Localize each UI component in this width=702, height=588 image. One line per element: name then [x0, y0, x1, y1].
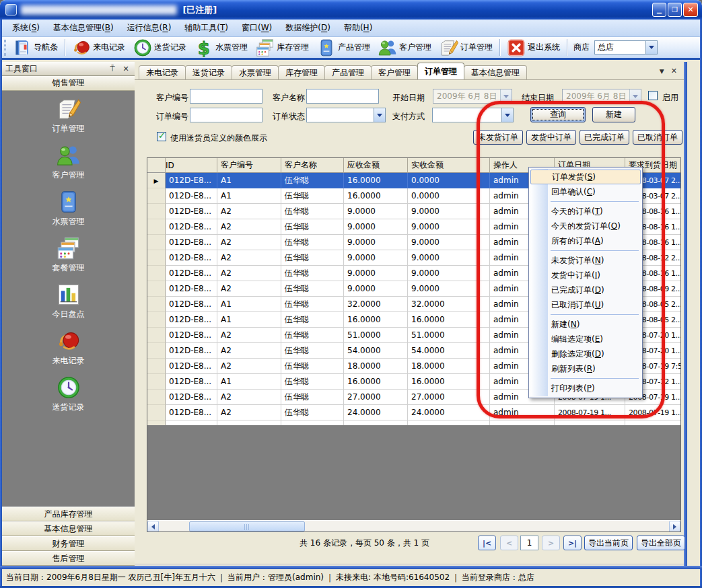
maximize-button[interactable]: [668, 3, 682, 17]
row-selector[interactable]: [147, 204, 166, 219]
table-cell[interactable]: 27.0000: [344, 390, 408, 405]
table-cell[interactable]: 9.0000: [344, 219, 408, 235]
context-menu-item-refresh-list[interactable]: 刷新列表(R): [530, 361, 641, 376]
table-cell[interactable]: 012D-E8...: [166, 343, 217, 359]
toolbar-button-delivery-log[interactable]: 送货记录: [129, 37, 190, 59]
sidebar-item-order-mgmt[interactable]: 订单管理: [52, 97, 85, 135]
table-cell[interactable]: 9.0000: [408, 204, 490, 219]
sidebar-item-incoming-call-log[interactable]: 来电记录: [52, 329, 85, 367]
column-header[interactable]: 客户名称: [281, 158, 344, 173]
table-cell[interactable]: A2: [217, 204, 281, 219]
context-menu-item-all-orders[interactable]: 所有的订单(A): [530, 233, 641, 248]
table-cell[interactable]: 24.0000: [344, 405, 408, 420]
shipping-orders-button[interactable]: 发货中订单: [526, 130, 576, 145]
table-cell[interactable]: 012D-E8...: [166, 297, 217, 312]
sidebar-item-customer-mgmt[interactable]: 客户管理: [52, 143, 85, 181]
sidebar-close-button[interactable]: [120, 63, 131, 74]
table-cell[interactable]: 18.0000: [344, 359, 408, 374]
sidebar-section-basic-info-mgmt[interactable]: 基本信息管理: [2, 521, 135, 536]
minimize-button[interactable]: [652, 3, 666, 17]
chevron-down-icon[interactable]: [645, 41, 657, 54]
toolbar-grip[interactable]: [4, 40, 6, 56]
table-cell[interactable]: 012D-E8...: [166, 312, 217, 328]
tab-basic-info-mgmt[interactable]: 基本信息管理: [464, 65, 527, 79]
order-no-input[interactable]: [190, 108, 262, 122]
table-cell[interactable]: 9.0000: [344, 250, 408, 266]
table-cell[interactable]: 24.0000: [408, 405, 490, 420]
context-menu-item-shipping-orders[interactable]: 发货中订单(I): [530, 268, 641, 283]
table-cell[interactable]: 伍华聪: [281, 343, 344, 359]
context-menu-item-new-order[interactable]: 新建(N): [530, 317, 641, 332]
first-page-button[interactable]: |<: [478, 536, 496, 550]
table-cell[interactable]: 9.0000: [344, 266, 408, 281]
enable-date-checkbox[interactable]: [648, 91, 658, 100]
completed-orders-button[interactable]: 已完成订单: [580, 130, 629, 145]
export-all-pages-button[interactable]: 导出全部页: [637, 536, 685, 550]
column-header[interactable]: 应收金额: [344, 158, 408, 173]
table-cell[interactable]: 54.0000: [344, 343, 408, 359]
start-date-picker[interactable]: 2009年 6月 8日: [433, 89, 512, 104]
row-selector[interactable]: [147, 188, 166, 204]
table-cell[interactable]: 18.0000: [408, 359, 490, 374]
table-cell[interactable]: 伍华聪: [281, 405, 344, 420]
table-cell[interactable]: A2: [217, 235, 281, 250]
sidebar-section-finance-mgmt[interactable]: 财务管理: [2, 536, 135, 551]
table-cell[interactable]: A2: [217, 266, 281, 281]
menubar-item[interactable]: 基本信息管理(B): [46, 20, 120, 36]
horizontal-scrollbar[interactable]: [147, 520, 680, 531]
table-cell[interactable]: 16.0000: [344, 312, 408, 328]
table-cell[interactable]: A2: [217, 359, 281, 374]
tab-customer-mgmt[interactable]: 客户管理: [371, 65, 418, 79]
table-cell[interactable]: 伍华聪: [281, 374, 344, 390]
table-cell[interactable]: 2008-07-19 1...: [625, 405, 681, 420]
row-selector[interactable]: [147, 281, 166, 297]
table-cell[interactable]: A1: [217, 188, 281, 204]
table-cell[interactable]: A1: [217, 173, 281, 188]
row-selector[interactable]: [147, 266, 166, 281]
delivery-color-checkbox[interactable]: [157, 132, 166, 141]
row-selector[interactable]: [147, 173, 166, 188]
page-number-input[interactable]: 1: [520, 536, 538, 550]
tab-incoming-call-log[interactable]: 来电记录: [139, 65, 186, 79]
table-cell[interactable]: A1: [217, 374, 281, 390]
table-cell[interactable]: 伍华聪: [281, 390, 344, 405]
table-cell[interactable]: 伍华聪: [281, 266, 344, 281]
table-cell[interactable]: 012D-E8...: [166, 374, 217, 390]
table-cell[interactable]: 9.0000: [408, 219, 490, 235]
context-menu-item-edit-selected[interactable]: 编辑选定项(E): [530, 332, 641, 346]
context-menu-item-print-list[interactable]: 打印列表(P): [530, 381, 641, 396]
table-cell[interactable]: admin: [490, 405, 555, 420]
table-cell[interactable]: 54.0000: [408, 343, 490, 359]
context-menu-item-receipt-confirm[interactable]: 回单确认(C): [530, 184, 641, 199]
row-selector[interactable]: [147, 374, 166, 390]
table-cell[interactable]: 9.0000: [408, 250, 490, 266]
end-date-picker[interactable]: 2009年 6月 8日: [562, 89, 641, 104]
row-selector[interactable]: [147, 390, 166, 405]
table-cell[interactable]: 9.0000: [344, 235, 408, 250]
table-cell[interactable]: 16.0000: [344, 173, 408, 188]
row-selector[interactable]: [147, 328, 166, 343]
table-row[interactable]: 012D-E8...A2伍华聪24.000024.0000admin2008-0…: [147, 405, 680, 420]
scroll-left-button[interactable]: [147, 521, 159, 532]
table-cell[interactable]: 27.0000: [408, 390, 490, 405]
context-menu-item-todays-shipped-orders[interactable]: 今天的发货订单(O): [530, 219, 641, 233]
table-cell[interactable]: 16.0000: [344, 188, 408, 204]
tab-product-mgmt[interactable]: 产品管理: [324, 65, 372, 79]
table-cell[interactable]: 伍华聪: [281, 250, 344, 266]
table-cell[interactable]: A2: [217, 250, 281, 266]
row-selector[interactable]: [147, 235, 166, 250]
table-cell[interactable]: 012D-E8...: [166, 173, 217, 188]
table-cell[interactable]: A2: [217, 281, 281, 297]
tab-delivery-log[interactable]: 送货记录: [185, 65, 232, 79]
table-cell[interactable]: 伍华聪: [281, 297, 344, 312]
table-cell[interactable]: 伍华聪: [281, 204, 344, 219]
toolbar-button-water-ticket-mgmt[interactable]: $水票管理: [190, 37, 252, 59]
table-cell[interactable]: A2: [217, 219, 281, 235]
new-button[interactable]: 新建: [592, 107, 635, 122]
cancelled-orders-button[interactable]: 已取消订单: [633, 130, 682, 145]
table-cell[interactable]: 0.0000: [408, 173, 490, 188]
context-menu-item-unshipped-orders[interactable]: 未发货订单(N): [530, 253, 641, 268]
table-cell[interactable]: 9.0000: [344, 204, 408, 219]
shop-combobox[interactable]: 总店: [594, 40, 658, 54]
sidebar-item-package-mgmt[interactable]: 套餐管理: [52, 236, 85, 274]
